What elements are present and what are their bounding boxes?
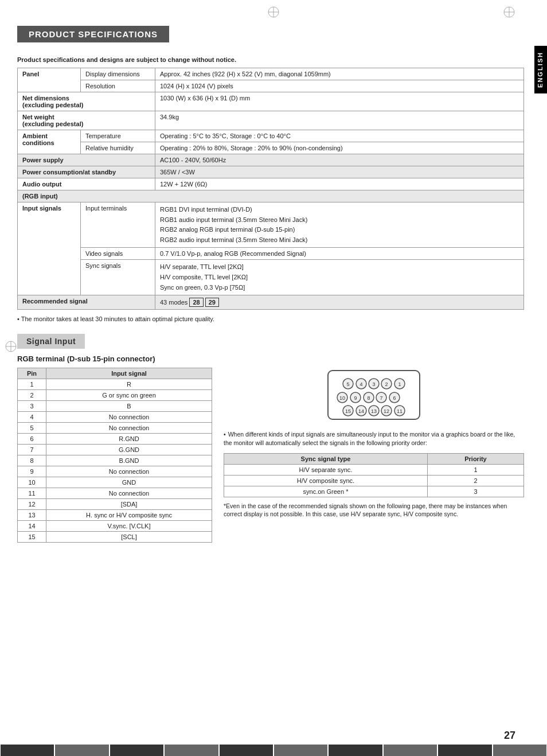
table-row: Sync signals H/V separate, TTL level [2K… [18, 260, 524, 295]
table-row: Net weight(excluding pedestal) 34.9kg [18, 111, 524, 130]
bar-seg [384, 745, 437, 756]
svg-text:10: 10 [339, 395, 345, 401]
pin-number: 12 [18, 499, 46, 510]
signal-right: 5 4 3 2 1 10 9 [224, 368, 524, 543]
pin-tbody: 1R2G or sync on green3B4No connection5No… [18, 379, 212, 543]
pin-signal: [SCL] [46, 532, 212, 543]
power-supply-label: Power supply [18, 154, 155, 166]
table-row: Relative humidity Operating : 20% to 80%… [18, 142, 524, 154]
net-weight-value: 34.9kg [155, 111, 524, 130]
panel-label: Panel [18, 68, 81, 92]
pin-signal: H. sync or H/V composite sync [46, 510, 212, 521]
pin-row: 14V.sync. [V.CLK] [18, 521, 212, 532]
table-row: Recommended signal 43 modes 28 29 [18, 295, 524, 310]
temp-value: Operating : 5°C to 35°C, Storage : 0°C t… [155, 130, 524, 142]
badge-29: 29 [205, 298, 219, 307]
net-dim-label: Net dimensions(excluding pedestal) [18, 92, 155, 111]
pin-number: 4 [18, 412, 46, 423]
svg-text:3: 3 [372, 381, 375, 387]
table-row: Input signals Input terminals RGB1 DVI i… [18, 202, 524, 248]
sync-type: sync.on Green * [224, 486, 428, 497]
sync-type-header: Sync signal type [224, 453, 428, 464]
pin-signal: V.sync. [V.CLK] [46, 521, 212, 532]
input-signals-label: Input signals [18, 202, 81, 295]
pin-table-container: Pin Input signal 1R2G or sync on green3B… [17, 368, 212, 543]
pin-signal: B [46, 401, 212, 412]
signal-input-title: Signal Input [17, 334, 85, 349]
pin-number: 2 [18, 390, 46, 401]
signal-content: Pin Input signal 1R2G or sync on green3B… [17, 368, 524, 543]
svg-text:4: 4 [360, 381, 362, 387]
input-terminals-label: Input terminals [81, 202, 155, 248]
pin-number: 1 [18, 379, 46, 390]
specs-table: Panel Display dimensions Approx. 42 inch… [17, 68, 524, 310]
pin-row: 7G.GND [18, 445, 212, 455]
svg-text:5: 5 [346, 381, 349, 387]
svg-text:14: 14 [358, 408, 364, 414]
pin-signal: R.GND [46, 434, 212, 445]
pin-number: 9 [18, 466, 46, 477]
pin-number: 13 [18, 510, 46, 521]
svg-text:13: 13 [371, 408, 377, 414]
pin-signal: No connection [46, 488, 212, 499]
reg-mark-top [267, 6, 280, 20]
pin-row: 15[SCL] [18, 532, 212, 543]
svg-text:15: 15 [345, 408, 351, 414]
pin-signal: G.GND [46, 445, 212, 455]
section-title: PRODUCT SPECIFICATIONS [17, 26, 169, 42]
humidity-label: Relative humidity [81, 142, 155, 154]
svg-text:9: 9 [354, 395, 357, 401]
rgb-subtitle: RGB terminal (D-sub 15-pin connector) [17, 354, 524, 363]
pin-signal: [SDA] [46, 499, 212, 510]
display-dim-value: Approx. 42 inches (922 (H) x 522 (V) mm,… [155, 68, 524, 80]
pin-table-header-row: Pin Input signal [18, 368, 212, 379]
table-row: Panel Display dimensions Approx. 42 inch… [18, 68, 524, 80]
bar-seg [220, 745, 273, 756]
table-row: Resolution 1024 (H) x 1024 (V) pixels [18, 80, 524, 92]
pin-row: 6R.GND [18, 434, 212, 445]
svg-text:8: 8 [367, 395, 370, 401]
bar-seg [274, 745, 327, 756]
pin-row: 11No connection [18, 488, 212, 499]
pin-signal: G or sync on green [46, 390, 212, 401]
bar-seg [55, 745, 108, 756]
sync-row: sync.on Green *3 [224, 486, 524, 497]
table-row: Ambient conditions Temperature Operating… [18, 130, 524, 142]
sync-priority: 2 [427, 475, 523, 486]
humidity-value: Operating : 20% to 80%, Storage : 20% to… [155, 142, 524, 154]
sync-signals-value: H/V separate, TTL level [2KΩ] H/V compos… [155, 260, 524, 295]
sync-header-row: Sync signal type Priority [224, 453, 524, 464]
table-row: Power supply AC100 - 240V, 50/60Hz [18, 154, 524, 166]
display-dim-label: Display dimensions [81, 68, 155, 80]
pin-row: 2G or sync on green [18, 390, 212, 401]
bottom-bar [0, 745, 547, 756]
connector-diagram: 5 4 3 2 1 10 9 [224, 368, 524, 423]
connector-svg: 5 4 3 2 1 10 9 [317, 368, 431, 422]
table-row: Net dimensions(excluding pedestal) 1030 … [18, 92, 524, 111]
pin-col-header: Pin [18, 368, 46, 379]
signal-col-header: Input signal [46, 368, 212, 379]
power-consumption-label: Power consumption/at standby [18, 166, 155, 178]
pin-row: 5No connection [18, 423, 212, 434]
page-number: 27 [504, 730, 515, 742]
sync-type: H/V separate sync. [224, 464, 428, 475]
svg-text:1: 1 [398, 381, 401, 387]
table-row: Video signals 0.7 V/1.0 Vp-p, analog RGB… [18, 248, 524, 260]
svg-text:11: 11 [397, 408, 403, 414]
pin-row: 12[SDA] [18, 499, 212, 510]
sync-note: •When different kinds of input signals a… [224, 430, 524, 447]
pin-row: 3B [18, 401, 212, 412]
video-signals-value: 0.7 V/1.0 Vp-p, analog RGB (Recommended … [155, 248, 524, 260]
specs-tbody: Panel Display dimensions Approx. 42 inch… [18, 68, 524, 310]
sync-row: H/V separate sync.1 [224, 464, 524, 475]
audio-output-label: Audio output [18, 178, 155, 190]
footnote: • The monitor takes at least 30 minutes … [17, 315, 524, 322]
pin-number: 15 [18, 532, 46, 543]
sync-footnote: *Even in the case of the recommended sig… [224, 502, 524, 519]
pin-row: 4No connection [18, 412, 212, 423]
bar-seg [110, 745, 163, 756]
pin-row: 9No connection [18, 466, 212, 477]
pin-number: 5 [18, 423, 46, 434]
english-label: ENGLISH [534, 46, 547, 93]
pin-number: 6 [18, 434, 46, 445]
